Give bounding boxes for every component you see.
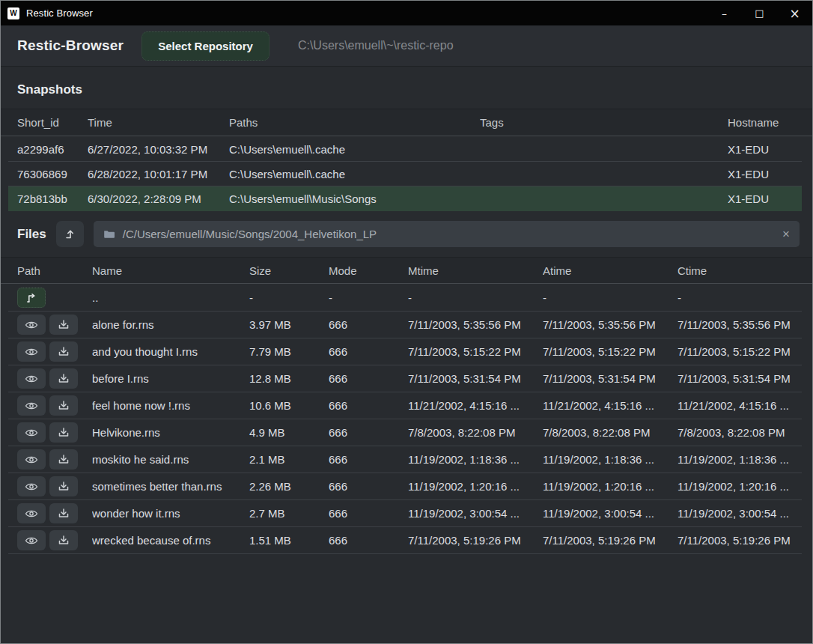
file-ctime: 7/8/2003, 8:22:08 PM	[678, 426, 802, 439]
file-mtime: 7/11/2003, 5:15:22 PM	[408, 345, 543, 358]
snapshot-short-id: a2299af6	[17, 143, 88, 156]
file-size: 12.8 MB	[249, 372, 329, 385]
folder-icon	[103, 228, 115, 240]
file-mtime: 7/11/2003, 5:19:26 PM	[408, 534, 543, 547]
download-file-button[interactable]	[49, 449, 78, 470]
preview-file-button[interactable]	[17, 341, 46, 362]
download-icon	[58, 373, 70, 384]
minimize-icon[interactable]: –	[707, 1, 742, 25]
download-icon	[58, 508, 70, 519]
column-path: Path	[17, 264, 92, 277]
file-size: 1.51 MB	[249, 534, 329, 547]
window-controls: – □ ×	[707, 1, 812, 25]
column-tags: Tags	[480, 116, 728, 129]
download-file-button[interactable]	[49, 368, 78, 389]
snapshot-row-selected[interactable]: 72b813bb 6/30/2022, 2:28:09 PM C:\Users\…	[8, 186, 802, 211]
close-icon[interactable]: ×	[777, 1, 812, 25]
file-size: 10.6 MB	[249, 399, 329, 412]
file-name: sometimes better than.rns	[92, 480, 249, 493]
current-path-breadcrumb[interactable]: /C/Users/emuell/Music/Songs/2004_Helveti…	[94, 221, 800, 247]
file-row: feel home now !.rns 10.6 MB 666 11/21/20…	[8, 392, 802, 419]
file-atime: 11/19/2002, 3:00:54 ...	[543, 507, 678, 520]
file-atime: 7/11/2003, 5:31:54 PM	[543, 372, 678, 385]
file-size: 3.97 MB	[249, 318, 329, 331]
snapshot-hostname: X1-EDU	[728, 192, 802, 205]
go-to-parent-button[interactable]	[17, 288, 46, 308]
preview-file-button[interactable]	[17, 476, 46, 496]
file-name[interactable]: ..	[92, 291, 249, 304]
snapshots-table-header: Short_id Time Paths Tags Hostname	[1, 109, 812, 136]
snapshot-row[interactable]: a2299af6 6/27/2022, 10:03:32 PM C:\Users…	[8, 137, 802, 162]
file-size: 2.7 MB	[249, 507, 329, 520]
eye-icon	[25, 535, 38, 546]
arrow-up-right-icon	[25, 292, 37, 304]
snapshot-short-id: 76306869	[17, 168, 88, 180]
download-file-button[interactable]	[49, 341, 78, 362]
file-row: alone for.rns 3.97 MB 666 7/11/2003, 5:3…	[8, 312, 802, 338]
preview-file-button[interactable]	[17, 530, 46, 550]
file-row: wrecked because of.rns 1.51 MB 666 7/11/…	[8, 527, 802, 554]
file-row: moskito he said.rns 2.1 MB 666 11/19/200…	[8, 446, 802, 473]
column-size: Size	[249, 264, 329, 277]
file-atime: 7/11/2003, 5:15:22 PM	[543, 345, 678, 358]
file-atime: -	[543, 291, 678, 304]
file-name: alone for.rns	[92, 318, 249, 331]
app-header: Restic-Browser Select Repository C:\User…	[1, 25, 812, 67]
window-title: Restic Browser	[26, 7, 93, 19]
titlebar: W Restic Browser – □ ×	[1, 1, 812, 25]
file-mtime: 11/19/2002, 1:20:16 ...	[408, 480, 543, 493]
file-size: -	[249, 291, 329, 304]
wails-app-icon: W	[7, 7, 19, 19]
download-file-button[interactable]	[49, 315, 78, 335]
snapshots-table: a2299af6 6/27/2022, 10:03:32 PM C:\Users…	[8, 137, 802, 211]
eye-icon	[25, 428, 38, 438]
file-mode: 666	[329, 345, 408, 358]
file-ctime: 7/11/2003, 5:19:26 PM	[678, 534, 802, 547]
column-hostname: Hostname	[728, 116, 800, 129]
snapshot-paths: C:\Users\emuell\Music\Songs	[229, 192, 480, 205]
preview-file-button[interactable]	[17, 368, 46, 389]
file-ctime: 7/11/2003, 5:15:22 PM	[678, 345, 802, 358]
download-file-button[interactable]	[49, 503, 78, 523]
snapshot-row[interactable]: 76306869 6/28/2022, 10:01:17 PM C:\Users…	[8, 162, 802, 186]
eye-icon	[25, 347, 38, 357]
column-mtime: Mtime	[408, 264, 543, 277]
snapshot-paths: C:\Users\emuell\.cache	[229, 168, 480, 180]
file-mode: 666	[329, 399, 408, 412]
download-icon	[58, 535, 70, 546]
column-name: Name	[92, 264, 249, 277]
preview-file-button[interactable]	[17, 395, 46, 416]
download-file-button[interactable]	[49, 422, 78, 443]
snapshot-paths: C:\Users\emuell\.cache	[229, 143, 480, 156]
file-mtime: 11/21/2002, 4:15:16 ...	[408, 399, 543, 412]
download-icon	[58, 427, 70, 438]
arrow-to-root-icon	[64, 228, 76, 240]
preview-file-button[interactable]	[17, 422, 46, 443]
files-table-header: Path Name Size Mode Mtime Atime Ctime	[1, 257, 812, 284]
files-table: .. - - - - - alone for.rns 3.97 MB 666 7…	[8, 285, 802, 554]
column-atime: Atime	[543, 264, 678, 277]
go-to-root-button[interactable]	[56, 221, 84, 247]
preview-file-button[interactable]	[17, 503, 46, 523]
download-file-button[interactable]	[49, 395, 78, 416]
files-toolbar: Files /C/Users/emuell/Music/Songs/2004_H…	[1, 211, 812, 257]
repository-path: C:\Users\emuell\~\restic-repo	[298, 39, 454, 52]
download-file-button[interactable]	[49, 530, 78, 550]
clear-path-icon[interactable]: ×	[782, 228, 790, 240]
file-mtime: 11/19/2002, 3:00:54 ...	[408, 507, 543, 520]
file-mode: 666	[329, 534, 408, 547]
maximize-icon[interactable]: □	[742, 1, 777, 25]
preview-file-button[interactable]	[17, 315, 46, 335]
select-repository-button[interactable]: Select Repository	[141, 31, 270, 61]
file-row: before I.rns 12.8 MB 666 7/11/2003, 5:31…	[8, 365, 802, 392]
file-mtime: 7/8/2003, 8:22:08 PM	[408, 426, 543, 439]
file-mode: 666	[329, 453, 408, 466]
file-row: sometimes better than.rns 2.26 MB 666 11…	[8, 473, 802, 500]
file-row: Helvikone.rns 4.9 MB 666 7/8/2003, 8:22:…	[8, 419, 802, 446]
preview-file-button[interactable]	[17, 449, 46, 470]
snapshot-time: 6/28/2022, 10:01:17 PM	[88, 168, 229, 180]
download-file-button[interactable]	[49, 476, 78, 496]
file-mtime: 7/11/2003, 5:31:54 PM	[408, 372, 543, 385]
eye-icon	[25, 455, 38, 465]
file-mtime: -	[408, 291, 543, 304]
